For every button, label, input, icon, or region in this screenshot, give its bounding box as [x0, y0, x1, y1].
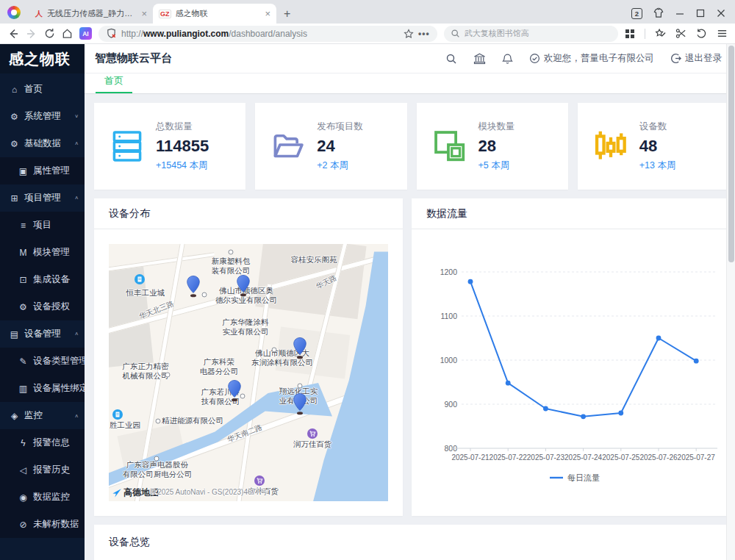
header-search-icon[interactable] — [445, 53, 457, 65]
tag-icon: ◈ — [9, 411, 20, 421]
stat-card-modules: 模块数量 28 +5 本周 — [417, 103, 568, 190]
panel-title-overview: 设备总览 — [94, 525, 729, 556]
chevron-up-icon: ∧ — [74, 331, 79, 337]
square-icon: ▣ — [18, 166, 29, 176]
sidebar-item-报警信息[interactable]: ϟ报警信息 — [0, 429, 85, 456]
browser-tab-2-active[interactable]: GZ 感之物联 × — [153, 4, 276, 24]
stat-delta: +13 本周 — [639, 159, 676, 172]
maximize-button[interactable] — [695, 8, 706, 18]
home-icon: ⌂ — [9, 85, 20, 95]
grid-icon: ⊞ — [9, 193, 20, 204]
sidebar-item-报警历史[interactable]: ◁报警历史 — [0, 456, 85, 484]
welcome-user[interactable]: 欢迎您，普量电子有限公司 — [529, 52, 654, 65]
sidebar-item-设备类型管理[interactable]: ✎设备类型管理 — [0, 348, 85, 375]
stat-label: 模块数量 — [478, 121, 515, 133]
logout-button[interactable]: 退出登录 — [670, 52, 722, 65]
back-button[interactable] — [7, 28, 19, 40]
tab2-close-icon[interactable]: × — [265, 8, 270, 19]
browser-tab-1[interactable]: 人 无线压力传感器_静力水准仪_ × — [29, 4, 153, 24]
sidebar-item-属性管理[interactable]: ▣属性管理 — [0, 157, 85, 184]
stat-value: 48 — [639, 137, 676, 156]
logout-text: 退出登录 — [685, 52, 722, 65]
sidebar-item-集成设备[interactable]: ⊡集成设备 — [0, 266, 85, 293]
map-poi-building-icon — [112, 409, 123, 420]
sidebar-menu: ⌂首页⚙系统管理∨⚙基础数据∧▣属性管理⊞项目管理∧≡项目M模块管理⊡集成设备⚙… — [0, 73, 85, 538]
map-road — [109, 252, 215, 272]
forward-button[interactable] — [26, 28, 37, 40]
tab-home[interactable]: 首页 — [96, 74, 132, 93]
database-icon — [110, 129, 144, 163]
map-poi-dot — [154, 456, 159, 462]
tab1-close-icon[interactable]: × — [141, 8, 147, 19]
sidebar-item-数据监控[interactable]: ◉数据监控 — [0, 484, 85, 511]
device-map[interactable]: 新康塑料包 装有限公司容桂安乐阁苑恒丰工业城佛山市顺德区奥 德尔实业有限公司广东… — [109, 244, 388, 501]
reload-button[interactable] — [44, 28, 55, 39]
data-bank-icon[interactable] — [473, 53, 486, 65]
menu-hamburger-icon[interactable] — [717, 28, 728, 39]
gear-icon: ⚙ — [9, 139, 20, 149]
sidebar-item-设备管理[interactable]: ▤设备管理∧ — [0, 320, 85, 348]
m-icon: M — [18, 248, 29, 258]
browser-toolbar: AI http://www.puliangiot.com/dashboard/a… — [0, 24, 735, 44]
close-window-button[interactable] — [716, 8, 726, 18]
data-flow-panel: 数据流量 8009001000110012002025-07-212025-07… — [412, 198, 729, 516]
sidebar-item-模块管理[interactable]: M模块管理 — [0, 239, 85, 266]
sidebar-item-项目管理[interactable]: ⊞项目管理∧ — [0, 184, 85, 212]
sidebar-item-label: 未解析数据 — [33, 518, 79, 531]
map-device-pin-3[interactable] — [293, 337, 306, 359]
favorites-icon[interactable] — [655, 28, 666, 39]
platform-title: 智慧物联云平台 — [95, 51, 172, 65]
sidebar-item-首页[interactable]: ⌂首页 — [0, 76, 85, 103]
amap-arrow-icon — [112, 488, 122, 498]
pen-icon: ✎ — [18, 356, 29, 367]
page-scrollbar[interactable] — [726, 44, 735, 560]
welcome-text: 欢迎您，普量电子有限公司 — [544, 52, 654, 65]
sidebar-item-设备授权[interactable]: ⚙设备授权 — [0, 293, 85, 320]
page-tabstrip: 首页 — [85, 73, 735, 94]
sidebar-item-系统管理[interactable]: ⚙系统管理∨ — [0, 103, 85, 130]
sidebar-item-label: 设备管理 — [24, 328, 61, 340]
home-button[interactable] — [62, 28, 73, 39]
legend-series-label[interactable]: 每日流量 — [567, 473, 600, 482]
map-device-pin-5[interactable] — [293, 393, 306, 415]
screenshot-scissors-icon[interactable] — [675, 28, 686, 39]
new-tab-button[interactable]: + — [276, 7, 298, 24]
sidebar-item-label: 监控 — [24, 409, 43, 422]
sidebar-item-未解析数据[interactable]: ⊘未解析数据 — [0, 511, 85, 538]
sidebar-item-设备属性绑定[interactable]: ▥设备属性绑定 — [0, 375, 85, 402]
map-device-pin-2[interactable] — [237, 275, 250, 297]
chart-xtick: 2025-07-26 — [639, 453, 678, 462]
more-options-icon[interactable]: ••• — [418, 29, 430, 39]
ai-assistant-icon[interactable]: AI — [79, 27, 92, 40]
sidebar-item-监控[interactable]: ◈监控∧ — [0, 402, 85, 429]
tab-count-badge[interactable]: 2 — [631, 8, 642, 19]
map-poi-building-icon — [135, 274, 145, 284]
minimize-button[interactable] — [675, 8, 685, 18]
browser-logo-icon[interactable] — [7, 6, 21, 19]
sidebar-item-基础数据[interactable]: ⚙基础数据∧ — [0, 130, 85, 157]
address-bar[interactable]: http://www.puliangiot.com/dashboard/anal… — [98, 26, 437, 42]
apps-grid-icon[interactable] — [625, 29, 635, 39]
sidebar-item-项目[interactable]: ≡项目 — [0, 212, 85, 239]
panel-title-chart: 数据流量 — [412, 198, 729, 229]
sidebar-item-label: 首页 — [24, 83, 43, 96]
theme-shirt-icon[interactable] — [653, 7, 664, 19]
map-device-pin-1[interactable] — [187, 276, 200, 298]
copy-icon: ▥ — [18, 384, 29, 394]
url-text[interactable]: http://www.puliangiot.com/dashboard/anal… — [121, 29, 399, 39]
toolbar-divider — [645, 29, 645, 39]
map-label: 新康塑料包 装有限公司 — [212, 256, 251, 276]
notification-bell-icon[interactable] — [502, 53, 513, 65]
history-undo-icon[interactable] — [696, 28, 707, 39]
map-device-pin-4[interactable] — [228, 380, 241, 402]
scrollbar-thumb[interactable] — [728, 46, 734, 262]
sidebar-item-label: 设备类型管理 — [33, 355, 88, 367]
browser-search-box[interactable]: 武大复核图书馆高 — [444, 26, 618, 42]
sidebar-item-label: 报警历史 — [33, 464, 70, 476]
site-security-icon[interactable] — [106, 28, 117, 39]
sidebar-item-label: 项目管理 — [24, 192, 61, 204]
sidebar-item-label: 属性管理 — [33, 165, 70, 177]
app-logo[interactable]: 感之物联 — [0, 44, 85, 73]
bookmark-star-icon[interactable] — [404, 29, 414, 39]
map-label: 广东科荣 电器分公司 — [200, 357, 239, 376]
